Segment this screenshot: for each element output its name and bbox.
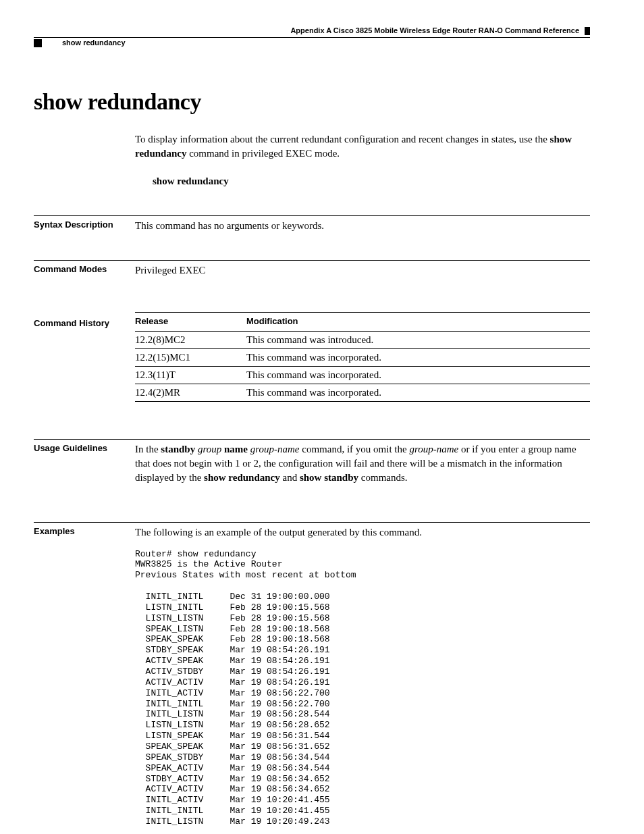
intro-prefix: To display information about the current… <box>135 134 550 145</box>
header-sub: show redundancy <box>34 37 590 48</box>
cell-modification: This command was introduced. <box>246 331 590 348</box>
table-row: 12.2(15)MC1This command was incorporated… <box>135 348 590 366</box>
command-modes-section: Command Modes Privileged EXEC <box>34 260 590 278</box>
syntax-description-body: This command has no arguments or keyword… <box>135 215 590 233</box>
examples-label: Examples <box>34 522 135 827</box>
syntax-description-section: Syntax Description This command has no a… <box>34 215 590 233</box>
table-row: 12.2(8)MC2This command was introduced. <box>135 331 590 348</box>
command-modes-label: Command Modes <box>34 260 135 278</box>
examples-body: The following is an example of the outpu… <box>135 522 590 827</box>
header-marker-right <box>585 27 590 35</box>
header-section: show redundancy <box>62 38 126 48</box>
examples-section: Examples The following is an example of … <box>34 522 590 827</box>
table-header-row: Release Modification <box>135 313 590 331</box>
cell-modification: This command was incorporated. <box>246 384 590 401</box>
usage-guidelines-body: In the standby group name group-name com… <box>135 439 590 485</box>
col-modification: Modification <box>246 313 590 331</box>
examples-intro: The following is an example of the outpu… <box>135 525 590 540</box>
appendix-title: Appendix A Cisco 3825 Mobile Wireless Ed… <box>34 26 585 36</box>
command-history-section: Command History Release Modification 12.… <box>34 315 590 401</box>
cell-modification: This command was incorporated. <box>246 366 590 384</box>
command-history-body: Release Modification 12.2(8)MC2This comm… <box>135 315 590 401</box>
cell-release: 12.2(15)MC1 <box>135 348 246 366</box>
cell-release: 12.4(2)MR <box>135 384 246 401</box>
table-row: 12.3(11)TThis command was incorporated. <box>135 366 590 384</box>
page-title: show redundancy <box>34 86 590 118</box>
col-release: Release <box>135 313 246 331</box>
example-output: Router# show redundancy MWR3825 is the A… <box>135 549 590 827</box>
cell-modification: This command was incorporated. <box>246 348 590 366</box>
syntax-description-label: Syntax Description <box>34 215 135 233</box>
usage-guidelines-label: Usage Guidelines <box>34 439 135 485</box>
header-top: Appendix A Cisco 3825 Mobile Wireless Ed… <box>34 26 590 36</box>
cell-release: 12.3(11)T <box>135 366 246 384</box>
command-history-label: Command History <box>34 315 135 401</box>
table-row: 12.4(2)MRThis command was incorporated. <box>135 384 590 401</box>
header-marker-left <box>34 39 42 47</box>
intro-paragraph: To display information about the current… <box>135 132 590 161</box>
history-table: Release Modification 12.2(8)MC2This comm… <box>135 312 590 401</box>
command-modes-body: Privileged EXEC <box>135 260 590 278</box>
syntax-command: show redundancy <box>153 174 590 188</box>
intro-block: To display information about the current… <box>135 132 590 188</box>
intro-suffix: command in privileged EXEC mode. <box>186 148 340 159</box>
cell-release: 12.2(8)MC2 <box>135 331 246 348</box>
usage-guidelines-section: Usage Guidelines In the standby group na… <box>34 439 590 485</box>
